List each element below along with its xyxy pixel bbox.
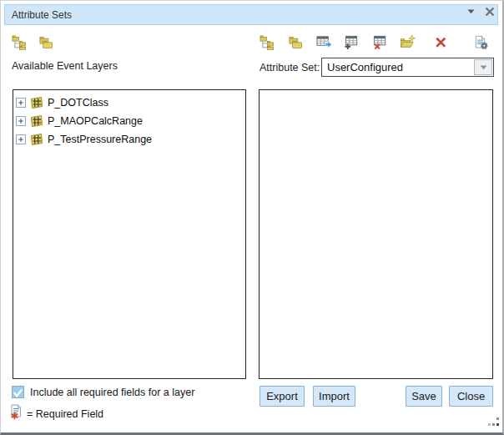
new-folder-icon[interactable] [400,34,416,50]
dialog-title: Attribute Sets [12,9,72,21]
available-event-layers-heading: Available Event Layers [12,60,118,72]
checkmark-icon [13,387,23,398]
save-button[interactable]: Save [406,386,442,407]
tree-item-label: P_MAOPCalcRange [48,115,143,127]
attribute-set-label: Attribute Set: [260,62,320,73]
include-required-fields-label: Include all required fields for a layer [30,387,194,398]
expand-plus-icon[interactable] [16,116,26,126]
event-layer-icon [30,114,43,128]
table-export-icon[interactable] [316,34,332,50]
attribute-set-value: UserConfigured [327,61,403,73]
folders-icon[interactable] [38,34,54,50]
event-layer-icon [30,96,43,109]
close-button[interactable]: Close [449,386,493,407]
table-add-icon[interactable] [344,34,360,50]
combobox-dropdown-button[interactable] [474,59,492,75]
delete-icon[interactable] [433,34,449,50]
layer-tree-icon[interactable] [260,34,275,50]
close-icon[interactable] [485,7,495,17]
resize-grip[interactable] [487,415,501,428]
import-button[interactable]: Import [313,386,355,407]
tree-item-p-maopcalcrange[interactable]: P_MAOPCalcRange [16,112,245,130]
attribute-set-combobox[interactable]: UserConfigured [321,58,494,77]
attribute-set-fields-list[interactable] [259,89,493,379]
tree-item-p-dotclass[interactable]: P_DOTClass [16,94,245,112]
table-remove-icon[interactable] [372,34,388,50]
tree-item-label: P_TestPressureRange [48,134,152,145]
attribute-sets-dialog: Attribute Sets [0,0,504,435]
export-button[interactable]: Export [260,386,305,407]
available-event-layers-list[interactable]: P_DOTClass P_MAOPCalcRange P_TestPressur [13,89,246,379]
event-layer-icon [30,133,43,146]
folders-icon[interactable] [288,34,304,50]
expand-plus-icon[interactable] [16,98,26,108]
tree-item-label: P_DOTClass [48,97,108,109]
report-settings-icon[interactable] [473,34,489,50]
required-field-legend: = Required Field [27,408,103,420]
layer-tree-icon[interactable] [12,34,28,50]
tree-item-p-testpressurerange[interactable]: P_TestPressureRange [16,130,245,149]
dropdown-caret-icon[interactable] [467,9,475,14]
titlebar[interactable]: Attribute Sets [4,4,498,25]
chevron-down-icon [480,65,487,70]
expand-plus-icon[interactable] [16,134,26,144]
include-required-fields-checkbox[interactable] [12,386,24,398]
required-field-icon [10,404,22,420]
